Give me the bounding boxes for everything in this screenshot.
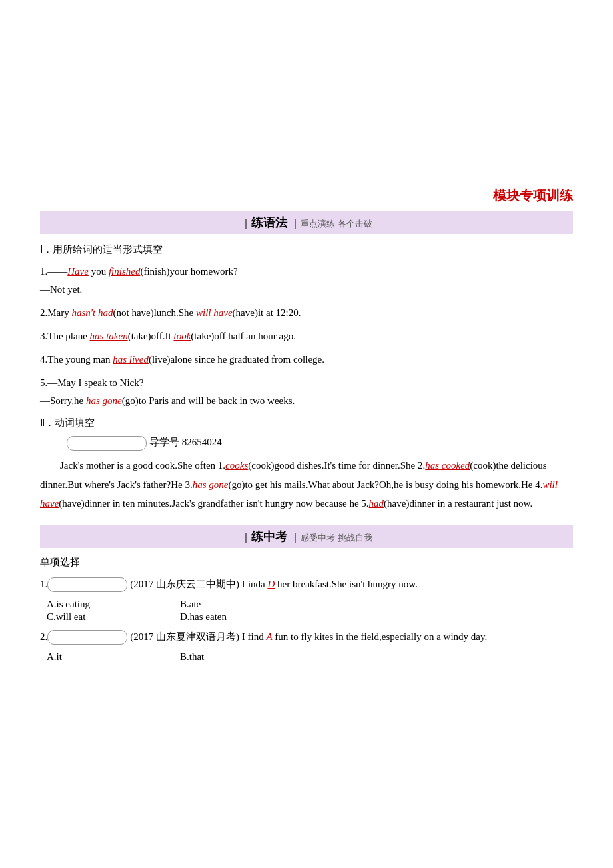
mc1-opt-b-text: ate [189, 599, 201, 609]
passage-t4: (have)dinner in ten minutes.Jack's grand… [59, 498, 368, 509]
mc1-opt-a-text: is eating [57, 599, 90, 609]
q1-answer2: finished [109, 266, 141, 277]
q1-text-mid2: (finish)your homework? [140, 266, 237, 277]
q2-text3: (have)it at 12:20. [233, 307, 301, 318]
mc2-year-info: (2017 山东夏津双语月考) [130, 631, 239, 642]
q5b-text1: —Sorry,he [40, 395, 86, 406]
mc2-opt-b-label: B. [180, 651, 189, 662]
mc1-option-b: B.ate [180, 599, 287, 610]
mc1-option-d: D.has eaten [180, 611, 287, 623]
q1-text-mid1: you [89, 266, 109, 277]
passage-t3: (go)to get his mails.What about Jack?Oh,… [228, 479, 542, 490]
mc2-answer: A [266, 631, 272, 642]
section2-title: 单项选择 [40, 556, 573, 569]
mc1-text-before: Linda [239, 579, 268, 589]
section2-label: 练中考 [251, 530, 287, 543]
question-5: 5.—May I speak to Nick? —Sorry,he has go… [40, 374, 573, 410]
student-id-box [67, 436, 147, 451]
q1-answer1: Have [67, 266, 89, 277]
q3-answer2: took [174, 331, 191, 341]
q1-text-before: 1.—— [40, 266, 67, 277]
mc1-answer: D [268, 579, 275, 589]
roman2-title: Ⅱ．动词填空 [40, 417, 573, 429]
mc1-option-a: A.is eating [47, 599, 153, 610]
q4-text2: (live)alone since he graduated from coll… [149, 354, 324, 365]
mc1-opt-b-label: B. [180, 599, 189, 609]
mc2-option-b: B.that [180, 651, 287, 663]
mc-question-2: 2.(2017 山东夏津双语月考) I find A fun to fly ki… [40, 628, 573, 646]
mc1-num: 1. [40, 579, 47, 589]
q2-text1: 2.Mary [40, 307, 72, 318]
mc1-text-after: her breakfast.She isn't hungry now. [275, 579, 418, 589]
mc2-options: A.it B.that [40, 651, 573, 663]
q2-answer1: hasn't had [72, 307, 113, 318]
mc2-student-id-box [47, 630, 127, 645]
q3-answer1: has taken [90, 331, 128, 341]
mc1-option-c: C.will eat [47, 611, 153, 623]
mc2-text-before: I find [239, 631, 266, 642]
mc2-opt-a-label: A. [47, 651, 57, 662]
passage-t1: (cook)good dishes.It's time for dinner.S… [248, 460, 425, 471]
q4-text1: 4.The young man [40, 354, 113, 365]
mc1-student-id-box [47, 577, 127, 592]
q4-answer1: has lived [113, 354, 149, 365]
q5a-text: 5.—May I speak to Nick? [40, 377, 143, 388]
question-2: 2.Mary hasn't had(not have)lunch.She wil… [40, 304, 573, 322]
mc2-option-a: A.it [47, 651, 153, 663]
mc1-opt-c-label: C. [47, 611, 56, 622]
mc1-opt-c-text: will eat [56, 611, 86, 622]
mc2-opt-a-text: it [57, 651, 62, 662]
mc-question-1: 1.(2017 山东庆云二中期中) Linda D her breakfast.… [40, 575, 573, 593]
mc2-text-after: fun to fly kites in the field,especially… [273, 631, 488, 642]
q3-text3: (take)off half an hour ago. [191, 331, 296, 341]
q3-text1: 3.The plane [40, 331, 90, 341]
section1-header: ｜练语法 ｜重点演练 各个击破 [40, 211, 573, 234]
module-title: 模块专项训练 [40, 187, 573, 205]
passage-intro: Jack's mother is a good cook.She often 1… [60, 460, 225, 471]
section1-label: 练语法 [251, 216, 287, 229]
q5b-text2: (go)to Paris and will be back in two wee… [122, 395, 295, 406]
mc1-options-row2: C.will eat D.has eaten [40, 611, 573, 623]
passage-ans5: had [369, 498, 384, 509]
passage-ans1: cooks [225, 460, 248, 471]
mc2-opt-b-text: that [189, 651, 205, 662]
section2-header: ｜练中考 ｜感受中考 挑战自我 [40, 525, 573, 548]
section1-sublabel: 重点演练 各个击破 [301, 219, 372, 229]
q2-answer2: will have [196, 307, 233, 318]
roman1-title: Ⅰ．用所给词的适当形式填空 [40, 243, 573, 256]
q2-text2: (not have)lunch.She [113, 307, 196, 318]
mc1-year-info: (2017 山东庆云二中期中) [130, 579, 239, 589]
student-id-row: 导学号 82654024 [67, 436, 573, 451]
q1-line2: —Not yet. [40, 284, 82, 295]
question-3: 3.The plane has taken(take)off.It took(t… [40, 327, 573, 345]
mc1-opt-d-label: D. [180, 611, 190, 622]
passage-t5: (have)dinner in a restaurant just now. [384, 498, 532, 509]
question-1: 1.——Have you finished(finish)your homewo… [40, 263, 573, 299]
passage-ans3: has gone [193, 479, 229, 490]
top-space [40, 13, 573, 187]
mc1-opt-d-text: has eaten [190, 611, 227, 622]
mc1-options: A.is eating B.ate [40, 599, 573, 610]
section2-sublabel: 感受中考 挑战自我 [301, 533, 372, 543]
question-4: 4.The young man has lived(live)alone sin… [40, 351, 573, 369]
mc1-opt-a-label: A. [47, 599, 57, 609]
q3-text2: (take)off.It [128, 331, 174, 341]
student-id-label: 导学号 82654024 [149, 437, 222, 447]
mc2-num: 2. [40, 631, 47, 642]
q5b-answer: has gone [86, 395, 122, 406]
passage-block: Jack's mother is a good cook.She often 1… [40, 456, 573, 513]
passage-ans2: has cooked [425, 460, 470, 471]
